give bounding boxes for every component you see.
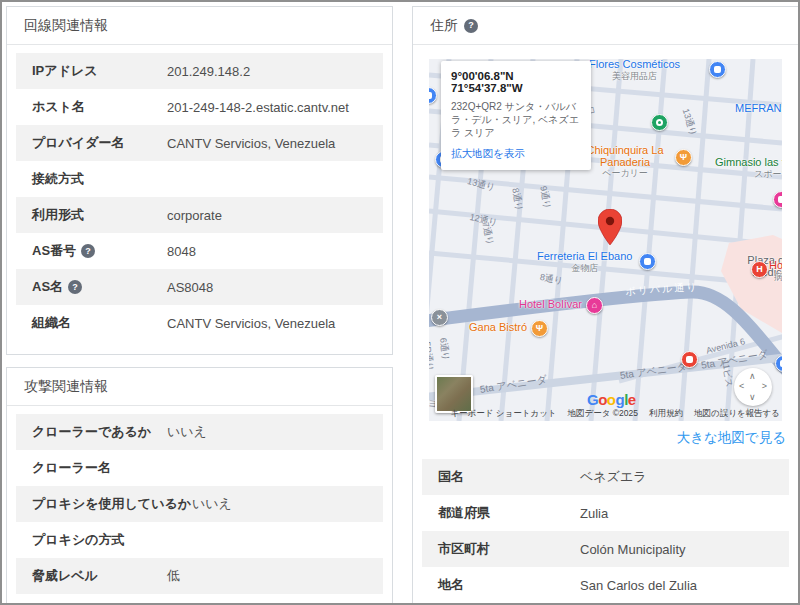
table-row: AS名?AS8048 [16,269,383,305]
restaurant-poi-icon[interactable]: Ψ [675,149,692,166]
row-value: Colón Municipality [580,542,686,557]
row-label: プロキシを使用しているか [32,495,191,513]
pan-down-icon[interactable]: ∨ [749,393,756,402]
row-value: ベネズエラ [580,468,647,486]
table-row: 国名ベネズエラ [422,459,789,495]
report-error-link[interactable]: 地図の誤りを報告する [694,408,780,420]
table-row: クローラー名 [16,450,383,486]
terms-link[interactable]: 利用規約 [649,408,683,420]
poi-label-chiquinquira[interactable]: Chiquinquira La Panaderiaベーカリー [579,145,671,180]
table-row: 利用形式corporate [16,197,383,233]
row-label: プロバイダー名 [32,134,125,152]
row-value: いいえ [192,495,232,513]
table-row: 都道府県Zulia [422,495,789,531]
google-map[interactable]: 14通り 13通り 12通り 7通り 8通り 9通り 13通り グラン・ロ ボリ… [429,59,782,421]
table-row: ホスト名201-249-148-2.estatic.cantv.net [16,89,383,125]
row-value: San Carlos del Zulia [580,578,697,593]
table-row: 組織名CANTV Servicios, Venezuela [16,305,383,341]
table-row: 接続方式 [16,161,383,197]
row-label: IPアドレス [32,62,98,80]
row-label: クローラー名 [32,459,111,477]
panel-attack-info-title: 攻撃関連情報 [24,368,108,405]
row-value: 8048 [167,244,196,259]
row-label: AS名 [32,278,63,296]
row-label: 地名 [438,576,464,594]
row-label: 市区町村 [438,540,490,558]
line-info-rows: IPアドレス201.249.148.2 ホスト名201-249-148-2.es… [7,45,392,341]
panel-address: 住所 ? 14通り 13通り 12通 [412,6,799,605]
row-label: 脅威レベル [32,567,98,585]
place-poi-icon[interactable] [651,114,668,131]
row-value: corporate [167,208,222,223]
closed-place-poi-icon[interactable]: × [431,309,448,326]
map-info-card: 9°00'06.8"N 71°54'37.8"W 232Q+QR2 サンタ・バル… [441,61,591,170]
row-label: 接続方式 [32,170,84,188]
poi-label-gimnasio[interactable]: Gimnasio las toスポーツ [715,157,782,180]
row-label: AS番号 [32,242,76,260]
row-label: ホスト名 [32,98,85,116]
hardware-store-poi-icon[interactable] [639,253,656,270]
panel-line-info-header: 回線関連情報 [7,7,392,45]
poi-label-hotel-bolivar[interactable]: Hotel Bolívar [519,299,582,311]
pan-right-icon[interactable]: > [762,382,767,391]
panel-attack-info-header: 攻撃関連情報 [7,368,392,406]
view-larger-map-link[interactable]: 大きな地図で見る [677,430,786,445]
table-row: プロキシの方式 [16,522,383,558]
enlarge-map-link[interactable]: 拡大地図を表示 [451,147,525,161]
address-rows: 国名ベネズエラ 都道府県Zulia 市区町村Colón Municipality… [413,451,798,605]
restaurant-poi-icon[interactable]: Ψ [531,320,548,337]
row-value: 201.249.148.2 [167,64,250,79]
row-value: Zulia [580,506,608,521]
row-value: AS8048 [167,280,213,295]
attack-info-rows: クローラーであるかいいえ クローラー名 プロキシを使用しているかいいえ プロキシ… [7,406,392,594]
row-label: クローラーであるか [32,423,151,441]
panel-line-info: 回線関連情報 IPアドレス201.249.148.2 ホスト名201-249-1… [6,6,393,355]
row-label: 利用形式 [32,206,84,224]
keyboard-shortcuts-button[interactable]: キーボード ショートカット [450,408,556,420]
big-map-link-row: 大きな地図で見る [413,421,798,451]
table-row: プロバイダー名CANTV Servicios, Venezuela [16,125,383,161]
table-row: クローラーであるかいいえ [16,414,383,450]
row-value: CANTV Servicios, Venezuela [167,136,335,151]
table-row: 地名San Carlos del Zulia [422,567,789,603]
poi-label-ferreteria[interactable]: Ferreteria El Ebano金物店 [537,251,632,274]
map-data-text: 地図データ ©2025 [568,408,638,420]
row-label: 国名 [438,468,464,486]
table-row: 市区町村Colón Municipality [422,531,789,567]
map-attribution: キーボード ショートカット 地図データ ©2025 利用規約 地図の誤りを報告す… [479,408,780,420]
pan-control[interactable]: ∧ ∨ < > [734,368,772,406]
panel-line-info-title: 回線関連情報 [24,7,108,44]
pan-up-icon[interactable]: ∧ [749,372,756,381]
panel-address-title: 住所 [430,7,458,44]
hotel-poi-icon[interactable]: ⌂ [586,297,603,314]
google-logo[interactable]: Google [587,391,636,408]
panel-address-header: 住所 ? [413,7,798,45]
panel-attack-info: 攻撃関連情報 クローラーであるかいいえ クローラー名 プロキシを使用しているかい… [6,367,393,605]
shopping-poi-icon[interactable] [709,61,726,78]
plus-code-address: 232Q+QR2 サンタ・バルバラ・デル・スリア, ベネズエラ スリア [451,100,581,139]
store-poi-icon[interactable] [681,351,698,368]
row-value: 201-249-148-2.estatic.cantv.net [167,100,349,115]
row-value: CANTV Servicios, Venezuela [167,316,335,331]
hospital-poi-icon[interactable]: H [751,261,768,278]
poi-label-mefranka[interactable]: MEFRANKA金 [735,103,782,126]
table-row: 脅威レベル低 [16,558,383,594]
page: 回線関連情報 IPアドレス201.249.148.2 ホスト名201-249-1… [0,0,800,605]
coordinates: 9°00'06.8"N 71°54'37.8"W [451,70,581,94]
row-label: 組織名 [32,314,71,332]
row-label: 都道府県 [438,504,490,522]
row-label: プロキシの方式 [32,531,125,549]
row-value: 低 [167,567,180,585]
pan-left-icon[interactable]: < [739,382,744,391]
poi-label-gana-bistro[interactable]: Gana Bistró [469,322,527,334]
help-icon[interactable]: ? [68,280,82,294]
table-row: AS番号?8048 [16,233,383,269]
row-value: いいえ [167,423,207,441]
location-pin[interactable] [598,209,622,245]
help-icon[interactable]: ? [81,244,95,258]
help-icon[interactable]: ? [464,19,478,33]
poi-label-flores-cosmeticos[interactable]: Flores Cosméticos美容用品店 [589,59,680,82]
poi-label-hospital[interactable]: Hospi病院 [769,260,782,283]
table-row: プロキシを使用しているかいいえ [16,486,383,522]
table-row: IPアドレス201.249.148.2 [16,53,383,89]
